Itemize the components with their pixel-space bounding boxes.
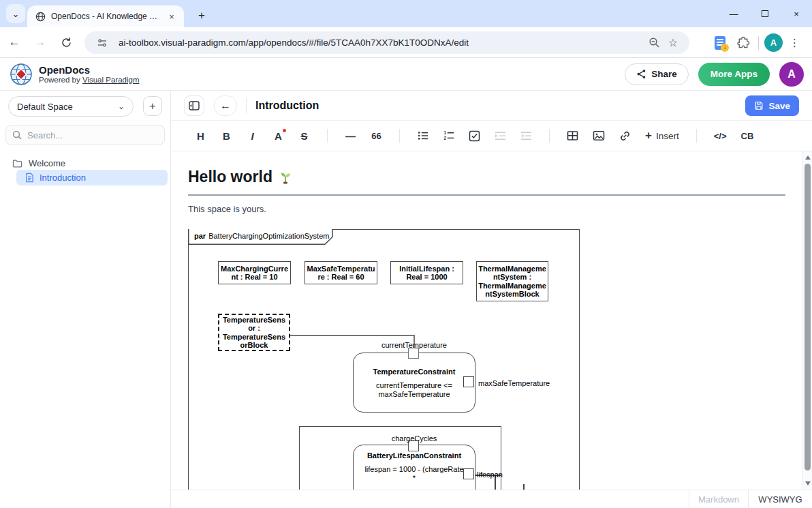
bookmark-star-icon[interactable]: ☆ (663, 33, 683, 53)
tab-close-icon[interactable]: × (166, 11, 177, 22)
format-toolbar: H B I A S — 66 12 (171, 121, 812, 151)
svg-text:2: 2 (443, 136, 446, 140)
wysiwyg-mode-button[interactable]: WYSIWYG (748, 490, 812, 508)
browser-tab[interactable]: OpenDocs - AI Knowledge Base × (27, 5, 184, 27)
extensions-puzzle-icon[interactable] (734, 33, 753, 53)
visual-paradigm-link[interactable]: Visual Paradigm (82, 76, 140, 84)
bullet-list-button[interactable] (417, 128, 428, 144)
text-color-button[interactable]: A (272, 128, 284, 144)
connector-line (523, 484, 525, 490)
param-box-max-safe-temperature: MaxSafeTemperature : Real = 60 (304, 261, 377, 284)
inline-code-button[interactable]: </> (714, 128, 727, 144)
temperature-sensor-block: TemperatureSensor : TemperatureSensorBlo… (218, 314, 290, 351)
toolbar-separator (327, 129, 328, 143)
search-input[interactable] (27, 130, 158, 140)
horizontal-rule-button[interactable]: — (345, 128, 356, 144)
heading-button[interactable]: H (195, 128, 206, 144)
docs-offline-icon[interactable]: ↓ (710, 33, 730, 53)
browser-reload-button[interactable] (54, 31, 78, 54)
add-space-button[interactable]: + (143, 96, 162, 116)
main-panel: ← Introduction Save H B I A S — 66 (171, 91, 812, 508)
new-tab-button[interactable]: + (192, 6, 211, 25)
browser-back-button[interactable]: ← (3, 31, 26, 54)
search-icon (12, 130, 22, 140)
scroll-down-arrow[interactable] (803, 479, 812, 488)
browser-menu-kebab-icon[interactable]: ⋮ (783, 37, 807, 49)
seedling-emoji (278, 170, 293, 185)
url-text[interactable]: ai-toolbox.visual-paradigm.com/app/opend… (119, 38, 644, 48)
max-safe-temperature-label: maxSafeTemperature (478, 379, 550, 388)
opendocs-logo-icon (9, 62, 33, 87)
param-box-max-charging-current: MaxChargingCurrent : Real = 10 (218, 261, 291, 284)
download-badge-icon: ↓ (721, 44, 729, 52)
window-close-button[interactable]: × (781, 0, 812, 27)
document-icon (25, 173, 34, 183)
table-button[interactable] (567, 128, 578, 144)
insert-button[interactable]: + Insert (645, 129, 679, 143)
scroll-up-arrow[interactable] (803, 153, 812, 162)
doc-intro-paragraph: This space is yours. (188, 204, 266, 214)
browser-profile-avatar[interactable]: A (764, 33, 783, 52)
folder-icon (12, 159, 22, 168)
connector-line (290, 335, 414, 336)
strikethrough-button[interactable]: S (298, 128, 310, 144)
tab-title: OpenDocs - AI Knowledge Base (51, 12, 161, 21)
toolbar-right-icons: ↓ A ⋮ (710, 27, 807, 58)
tab-search-chevron-icon[interactable]: ⌄ (6, 4, 25, 23)
sidebar: Default Space ⌄ + Welcome (0, 91, 171, 508)
share-button[interactable]: Share (625, 63, 689, 85)
code-block-button[interactable]: CB (741, 128, 754, 144)
param-box-initial-lifespan: InitialLifespan : Real = 1000 (390, 261, 463, 284)
panel-collapse-icon (189, 101, 200, 110)
temperature-constraint-block: TemperatureConstraint currentTemperature… (353, 353, 475, 413)
app-user-avatar[interactable]: A (779, 62, 804, 87)
toolbar-separator (399, 129, 400, 143)
sidebar-search[interactable] (5, 125, 165, 145)
image-button[interactable] (593, 128, 605, 144)
window-maximize-button[interactable] (749, 0, 781, 27)
toolbar-separator (696, 129, 697, 143)
bold-button[interactable]: B (221, 128, 232, 144)
zoom-out-icon[interactable] (644, 33, 663, 53)
editor-status-bar: Markdown WYSIWYG (171, 490, 812, 508)
collapse-sidebar-button[interactable] (184, 95, 204, 116)
space-selector[interactable]: Default Space ⌄ (8, 96, 134, 117)
numbered-list-button[interactable]: 12 (443, 128, 454, 144)
toolbar-separator (549, 129, 550, 143)
share-icon (636, 69, 646, 79)
scrollbar-thumb[interactable] (805, 164, 811, 470)
browser-titlebar: ⌄ OpenDocs - AI Knowledge Base × + — × (0, 0, 812, 27)
doc-heading: Hello world (188, 168, 785, 196)
italic-button[interactable]: I (247, 128, 258, 144)
window-minimize-button[interactable]: — (718, 0, 749, 27)
more-apps-button[interactable]: More Apps (698, 63, 770, 86)
page-label: Introduction (40, 173, 86, 183)
sidebar-item-introduction[interactable]: Introduction (16, 170, 168, 185)
save-floppy-icon (754, 101, 764, 110)
page-title: Introduction (255, 100, 319, 112)
indent-button[interactable] (495, 128, 506, 144)
vertical-scrollbar[interactable] (802, 151, 812, 490)
browser-toolbar: ← → ai-toolbox.visual-paradigm.com/app/o… (0, 27, 812, 58)
doc-back-button[interactable]: ← (214, 95, 237, 116)
sidebar-item-welcome[interactable]: Welcome (0, 155, 170, 171)
frame-label: parBatteryChargingOptimizationSystem (194, 232, 329, 241)
browser-forward-button[interactable]: → (29, 31, 52, 54)
chevron-down-icon: ⌄ (118, 102, 125, 111)
lifespan-label: lifespan (477, 470, 503, 479)
blockquote-button[interactable]: 66 (371, 128, 382, 144)
editor-content[interactable]: Hello world This space is yours. parBatt… (171, 151, 812, 490)
svg-text:1: 1 (443, 130, 446, 135)
outdent-button[interactable] (520, 128, 532, 144)
browser-window: ⌄ OpenDocs - AI Knowledge Base × + — × ←… (0, 0, 812, 508)
parametric-diagram: parBatteryChargingOptimizationSystem Max… (188, 229, 583, 490)
link-button[interactable] (619, 128, 631, 144)
window-controls: — × (718, 0, 812, 27)
site-settings-tune-icon[interactable] (93, 33, 112, 53)
markdown-mode-button[interactable]: Markdown (689, 490, 748, 508)
save-button[interactable]: Save (745, 95, 799, 116)
app-header: OpenDocs Powered by Visual Paradigm Shar… (0, 58, 812, 91)
address-bar[interactable]: ai-toolbox.visual-paradigm.com/app/opend… (84, 31, 689, 54)
checkbox-list-button[interactable] (469, 128, 480, 144)
maximize-icon (762, 10, 768, 17)
